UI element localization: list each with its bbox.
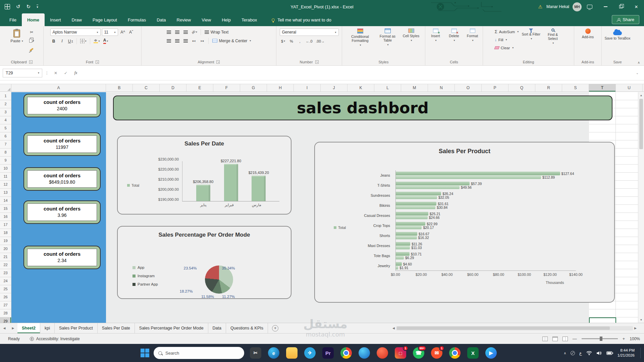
column-header-t[interactable]: T	[589, 84, 616, 92]
decrease-indent-button[interactable]: ↤	[191, 37, 198, 44]
previous-sheet-button[interactable]: ◀	[0, 323, 9, 333]
font-name-select[interactable]: Aptos Narrow▾	[50, 28, 101, 36]
sheet-tab-data[interactable]: Data	[208, 323, 226, 333]
scroll-right-arrow[interactable]: ▶	[634, 326, 637, 330]
row-header-16[interactable]: 16	[0, 213, 11, 221]
cancel-entry-button[interactable]: ✕	[52, 69, 60, 77]
underline-button[interactable]: U▾	[67, 38, 74, 45]
merge-center-button[interactable]: Merge & Center▾	[211, 37, 253, 44]
orientation-button[interactable]: ab▾	[191, 28, 198, 36]
increase-indent-button[interactable]: ↦	[199, 37, 206, 44]
row-header-17[interactable]: 17	[0, 221, 11, 229]
column-header-s[interactable]: S	[562, 84, 589, 92]
formula-input[interactable]	[82, 69, 631, 77]
row-header-24[interactable]: 24	[0, 277, 11, 285]
sheet-tab-sheet2[interactable]: Sheet2	[17, 323, 40, 333]
whatsapp-icon[interactable]: ☎99+	[413, 347, 424, 359]
row-header-25[interactable]: 25	[0, 285, 11, 293]
font-color-button[interactable]: A▾	[102, 38, 109, 45]
menu-tab-help[interactable]: Help	[216, 13, 236, 26]
menu-tab-draw[interactable]: Draw	[66, 13, 87, 26]
column-header-d[interactable]: D	[160, 84, 186, 92]
sort-filter-button[interactable]: Sort & Filter▾	[521, 28, 541, 40]
row-header-26[interactable]: 26	[0, 293, 11, 301]
redo-button[interactable]: ↻	[26, 4, 31, 10]
copy-button[interactable]: ▾	[28, 37, 35, 44]
paste-button[interactable]: Paste▾	[8, 28, 25, 44]
menu-tab-insert[interactable]: Insert	[45, 13, 66, 26]
decrease-font-button[interactable]: Aˇ	[128, 29, 135, 36]
accessibility-status[interactable]: Accessibility: Investigate	[30, 337, 80, 341]
menu-tab-view[interactable]: View	[196, 13, 216, 26]
column-header-n[interactable]: N	[428, 84, 455, 92]
menu-tab-formulas[interactable]: Formulas	[122, 13, 151, 26]
menu-tab-terabox[interactable]: Terabox	[236, 13, 262, 26]
column-header-p[interactable]: P	[482, 84, 508, 92]
name-box-resizer[interactable]: ⋮	[44, 71, 50, 75]
customize-toolbar-button[interactable]: ▾	[37, 5, 38, 9]
save-to-terabox-button[interactable]: Save to TeraBox	[604, 28, 631, 40]
row-header-7[interactable]: 7	[0, 140, 11, 148]
row-header-1[interactable]: 1	[0, 92, 11, 100]
brave-icon[interactable]	[377, 347, 388, 359]
column-header-e[interactable]: E	[186, 84, 213, 92]
undo-button[interactable]: ↺	[16, 4, 20, 10]
start-button[interactable]	[140, 348, 150, 358]
percent-style-button[interactable]: %	[288, 38, 295, 45]
vertical-scroll-thumb[interactable]	[639, 99, 643, 149]
zoom-in-button[interactable]: +	[623, 336, 625, 341]
column-header-h[interactable]: H	[267, 84, 294, 92]
row-header-8[interactable]: 8	[0, 148, 11, 157]
row-header-3[interactable]: 3	[0, 108, 11, 116]
row-header-4[interactable]: 4	[0, 116, 11, 124]
ribbon-display-icon[interactable]	[587, 5, 592, 9]
chrome-icon[interactable]	[340, 347, 352, 359]
language-indicator[interactable]: ع	[579, 351, 582, 356]
premiere-icon[interactable]: Pr	[322, 347, 334, 359]
column-header-m[interactable]: M	[401, 84, 428, 92]
sheet-tab-sales-per-product[interactable]: Sales Per Product	[55, 323, 98, 333]
column-header-j[interactable]: J	[321, 84, 347, 92]
taskbar-search[interactable]: Search	[154, 347, 244, 359]
scroll-down-arrow[interactable]: ▼	[638, 317, 644, 323]
battery-icon[interactable]	[606, 351, 613, 355]
scroll-up-arrow[interactable]: ▲	[638, 92, 644, 98]
row-header-21[interactable]: 21	[0, 253, 11, 261]
menu-tab-page-layout[interactable]: Page Layout	[87, 13, 122, 26]
number-format-select[interactable]: General▾	[280, 28, 339, 36]
expand-formula-bar-button[interactable]: ⌄	[633, 71, 641, 75]
conditional-formatting-button[interactable]: Conditional Formatting▾	[347, 28, 374, 47]
increase-font-button[interactable]: A^	[119, 29, 126, 36]
browser-icon[interactable]	[359, 347, 370, 359]
format-as-table-button[interactable]: Format as Table▾	[376, 28, 400, 46]
next-sheet-button[interactable]: ▶	[9, 323, 17, 333]
insert-cells-button[interactable]: Insert▾	[427, 28, 444, 42]
cell-styles-button[interactable]: Cell Styles▾	[402, 28, 421, 42]
row-header-20[interactable]: 20	[0, 245, 11, 253]
menu-tab-review[interactable]: Review	[171, 13, 197, 26]
column-header-l[interactable]: L	[374, 84, 401, 92]
account-name[interactable]: Manar Hekal	[546, 4, 569, 9]
column-header-a[interactable]: A	[11, 84, 106, 92]
column-header-k[interactable]: K	[347, 84, 374, 92]
menu-tab-file[interactable]: File	[4, 13, 22, 26]
menu-tab-data[interactable]: Data	[151, 13, 171, 26]
vertical-scrollbar[interactable]: ▲ ▼	[638, 92, 644, 323]
column-header-b[interactable]: B	[106, 84, 133, 92]
avatar[interactable]: MH	[573, 2, 582, 11]
show-desktop-button[interactable]	[640, 348, 641, 358]
font-size-select[interactable]: 11▾	[102, 28, 118, 36]
wrap-text-button[interactable]: Wrap Text	[203, 28, 230, 36]
clock[interactable]: 8:44 PM 1/21/2026	[618, 348, 635, 358]
zoom-out-button[interactable]: —	[573, 336, 577, 341]
format-painter-button[interactable]	[28, 46, 35, 53]
align-bottom-button[interactable]	[182, 28, 189, 36]
name-box[interactable]: T29▾	[3, 69, 42, 77]
minimize-button[interactable]	[598, 0, 613, 13]
comma-style-button[interactable]: ,	[297, 38, 304, 45]
decrease-decimal-button[interactable]: .00→	[315, 38, 326, 45]
do-not-disturb-icon[interactable]	[571, 351, 575, 355]
clear-button[interactable]: Clear▾	[495, 45, 519, 51]
column-header-f[interactable]: F	[213, 84, 240, 92]
tell-me-box[interactable]: Tell me what you want to do	[272, 13, 331, 26]
